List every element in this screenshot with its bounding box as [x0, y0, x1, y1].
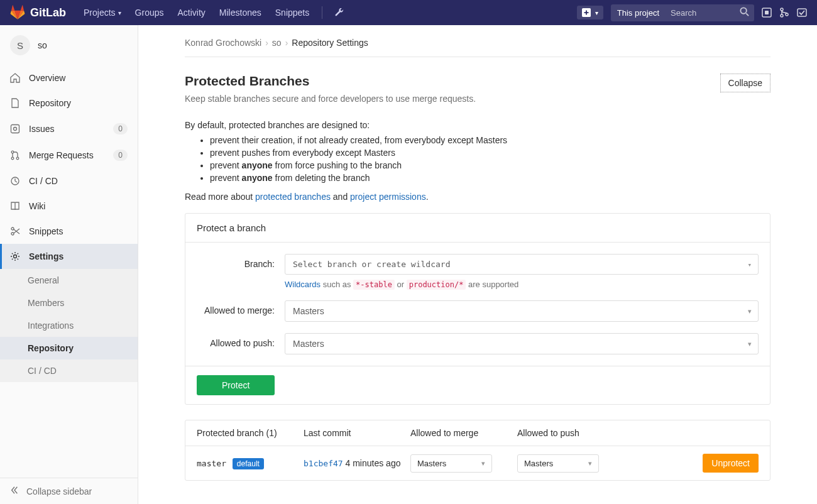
sidebar-item-label: Settings — [29, 251, 63, 261]
chevron-down-icon: ▾ — [747, 260, 752, 268]
svg-rect-3 — [765, 11, 769, 14]
collapse-sidebar-label: Collapse sidebar — [26, 486, 92, 496]
sidebar-item-wiki[interactable]: Wiki — [0, 194, 138, 219]
commit-time: 4 minutes ago — [346, 458, 401, 468]
push-label: Allowed to push: — [197, 333, 285, 348]
bullet-item: prevent anyone from deleting the branch — [210, 173, 770, 183]
breadcrumbs: Konrad Grochowski › so › Repository Sett… — [185, 38, 770, 57]
scissors-icon — [10, 226, 20, 236]
project-permissions-link[interactable]: project permissions — [350, 192, 426, 202]
commit-hash-link[interactable]: b1cbef47 — [304, 459, 343, 468]
section-subtitle: Keep stable branches secure and force de… — [185, 94, 476, 104]
nav-activity[interactable]: Activity — [172, 0, 212, 25]
search-icon — [740, 7, 749, 16]
sidebar-item-cicd[interactable]: CI / CD — [0, 168, 138, 194]
chevron-down-icon: ▾ — [595, 9, 598, 16]
sidebar-item-repository[interactable]: Repository — [0, 90, 138, 116]
merge-icon — [10, 150, 20, 160]
gitlab-logo[interactable]: GitLab — [10, 5, 66, 20]
search-scope[interactable]: This project — [611, 4, 666, 21]
select-value: Masters — [293, 306, 324, 316]
th-branch: Protected branch (1) — [197, 428, 304, 438]
subnav-general[interactable]: General — [0, 269, 138, 292]
gear-icon — [10, 251, 20, 261]
branch-select[interactable]: Select branch or create wildcard ▾ — [285, 254, 759, 275]
readmore-line: Read more about protected branches and p… — [185, 192, 770, 202]
sidebar: S so Overview Repository Issues 0 Merge … — [0, 25, 138, 504]
main-content: Konrad Grochowski › so › Repository Sett… — [138, 25, 817, 504]
code-example: *-stable — [353, 280, 395, 290]
allowed-merge-select[interactable]: Masters ▾ — [285, 300, 759, 322]
code-example: production/* — [407, 280, 466, 290]
nav-groups[interactable]: Groups — [129, 0, 170, 25]
subnav-cicd[interactable]: CI / CD — [0, 359, 138, 382]
nav-todos-icon[interactable] — [797, 8, 807, 18]
sidebar-item-overview[interactable]: Overview — [0, 65, 138, 90]
intro-text: By default, protected branches are desig… — [185, 120, 770, 130]
book-icon — [10, 201, 20, 211]
chevron-down-icon: ▾ — [481, 459, 485, 468]
sidebar-item-label: Overview — [29, 73, 65, 83]
protect-branch-panel: Protect a branch Branch: Select branch o… — [185, 213, 770, 405]
subnav-integrations[interactable]: Integrations — [0, 314, 138, 337]
protected-branches-link[interactable]: protected branches — [255, 192, 331, 202]
nav-merge-icon[interactable] — [779, 8, 789, 18]
home-icon — [10, 73, 20, 83]
wrench-icon — [335, 8, 344, 17]
breadcrumb-owner[interactable]: Konrad Grochowski — [185, 38, 261, 48]
svg-point-14 — [11, 227, 14, 230]
bullet-item: prevent anyone from force pushing to the… — [210, 160, 770, 170]
collapse-section-button[interactable]: Collapse — [720, 74, 770, 92]
top-navbar: GitLab Projects▾ Groups Activity Milesto… — [0, 0, 817, 25]
svg-point-9 — [14, 128, 17, 131]
nav-snippets[interactable]: Snippets — [269, 0, 315, 25]
row-push-select[interactable]: Masters ▾ — [517, 454, 599, 473]
section-title: Protected Branches — [185, 74, 476, 89]
rocket-icon — [10, 176, 20, 186]
svg-point-5 — [781, 14, 783, 17]
nav-projects[interactable]: Projects▾ — [77, 0, 128, 25]
protected-branches-table: Protected branch (1) Last commit Allowed… — [185, 420, 770, 481]
default-badge: default — [233, 458, 264, 469]
wildcards-link[interactable]: Wildcards — [285, 280, 321, 289]
panel-title: Protect a branch — [185, 214, 770, 243]
subnav-repository[interactable]: Repository — [0, 337, 138, 359]
unprotect-button[interactable]: Unprotect — [703, 454, 759, 473]
nav-divider — [322, 6, 322, 19]
brand-text: GitLab — [30, 6, 66, 19]
nav-issues-icon[interactable] — [762, 8, 772, 18]
svg-point-6 — [786, 13, 788, 16]
sidebar-item-settings[interactable]: Settings — [0, 244, 138, 269]
svg-point-16 — [14, 255, 17, 258]
nav-wrench[interactable] — [329, 0, 350, 25]
breadcrumb-sep: › — [265, 38, 268, 48]
svg-point-12 — [16, 157, 19, 160]
svg-point-4 — [781, 8, 783, 11]
sidebar-item-label: Wiki — [29, 201, 45, 211]
merge-label: Allowed to merge: — [197, 300, 285, 315]
project-avatar: S — [10, 35, 30, 55]
plus-square-icon — [582, 8, 591, 17]
search-button[interactable] — [735, 7, 754, 18]
protect-button[interactable]: Protect — [197, 375, 275, 395]
svg-rect-7 — [798, 9, 806, 16]
sidebar-item-merge-requests[interactable]: Merge Requests 0 — [0, 142, 138, 168]
chevron-down-icon: ▾ — [118, 9, 121, 16]
bullet-item: prevent their creation, if not already c… — [210, 135, 770, 145]
search-input[interactable] — [666, 4, 735, 21]
svg-point-10 — [11, 151, 14, 153]
sidebar-item-issues[interactable]: Issues 0 — [0, 116, 138, 142]
row-merge-select[interactable]: Masters ▾ — [410, 454, 492, 473]
nav-milestones[interactable]: Milestones — [213, 0, 268, 25]
subnav-members[interactable]: Members — [0, 292, 138, 314]
project-name: so — [38, 40, 47, 50]
branch-label: Branch: — [197, 254, 285, 269]
sidebar-item-label: Snippets — [29, 226, 63, 236]
breadcrumb-project[interactable]: so — [272, 38, 282, 48]
sidebar-item-snippets[interactable]: Snippets — [0, 219, 138, 244]
allowed-push-select[interactable]: Masters ▾ — [285, 333, 759, 354]
new-dropdown[interactable]: ▾ — [577, 6, 603, 19]
sidebar-project-header[interactable]: S so — [0, 25, 138, 65]
breadcrumb-current: Repository Settings — [292, 38, 368, 48]
collapse-sidebar[interactable]: Collapse sidebar — [0, 478, 138, 504]
